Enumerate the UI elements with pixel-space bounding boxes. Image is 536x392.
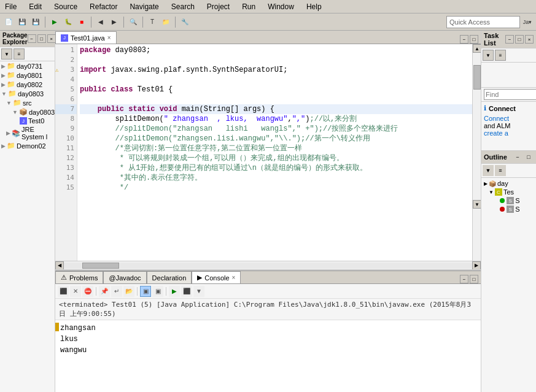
console-word-wrap-btn[interactable]: ↵ bbox=[111, 286, 122, 297]
toolbar-open-type[interactable]: T bbox=[146, 16, 158, 28]
console-icon: ▶ bbox=[197, 274, 202, 282]
editor-scrollbar-v[interactable]: ▲ ▼ bbox=[472, 44, 481, 261]
menu-search[interactable]: Search bbox=[169, 1, 197, 12]
task-list-maximize[interactable]: □ bbox=[515, 35, 524, 44]
code-editor[interactable]: 1 2 3 ⚠ 4 5 6 7 8 9 10 11 12 13 14 bbox=[55, 44, 481, 269]
editor-tab-test01[interactable]: J Test01.java × bbox=[55, 31, 117, 44]
code-lines[interactable]: package day0803; import javax.swing.plaf… bbox=[77, 44, 472, 261]
main-area: Package Explorer − □ × ▼ ≡ ▶ 📁 day0731 ▶… bbox=[0, 31, 536, 392]
tree-label: day0801 bbox=[17, 72, 42, 79]
outline-item-field2[interactable]: S S bbox=[483, 205, 535, 213]
console-stop-btn[interactable]: ⬛ bbox=[58, 286, 69, 297]
console-scroll-lock-btn[interactable]: 📌 bbox=[99, 286, 110, 297]
editor-scrollbar-h[interactable]: ◀ ▶ bbox=[55, 261, 481, 269]
toolbar-search[interactable]: 🔍 bbox=[127, 16, 139, 28]
toolbar-run[interactable]: ▶ bbox=[49, 16, 61, 28]
task-list-btn-2[interactable]: ≡ bbox=[495, 50, 506, 61]
scroll-down-btn[interactable]: ▼ bbox=[473, 200, 481, 209]
console-menu-btn[interactable]: ▼ bbox=[193, 286, 204, 297]
menu-refactor[interactable]: Refactor bbox=[87, 1, 120, 12]
pe-minimize[interactable]: − bbox=[28, 34, 36, 43]
pe-maximize[interactable]: □ bbox=[37, 34, 46, 43]
console-remove-btn[interactable]: ✕ bbox=[70, 286, 81, 297]
outline-minimize[interactable]: − bbox=[513, 152, 522, 162]
tab-close-btn[interactable]: × bbox=[107, 34, 111, 41]
console-open-btn[interactable]: 📂 bbox=[123, 286, 134, 297]
tree-item-package[interactable]: ▼ 📦 day0803 bbox=[0, 107, 55, 117]
outline-btn-2[interactable]: ≡ bbox=[495, 165, 506, 176]
console-btn-b[interactable]: ▣ bbox=[152, 286, 163, 297]
console-panel-minimize[interactable]: − bbox=[460, 275, 468, 283]
pe-btn-1[interactable]: ▼ bbox=[1, 48, 12, 60]
outline-item-field1[interactable]: S S bbox=[483, 196, 535, 205]
toolbar-stop[interactable]: ■ bbox=[76, 16, 88, 28]
pe-btn-2[interactable]: ≡ bbox=[14, 48, 25, 60]
tree-item-day0801[interactable]: ▶ 📁 day0801 bbox=[0, 71, 55, 80]
scroll-thumb-h[interactable] bbox=[82, 263, 119, 269]
console-run-btn[interactable]: ▶ bbox=[169, 286, 180, 297]
outline-item-day[interactable]: ▶ 📦 day bbox=[483, 179, 535, 188]
outline-btn-1[interactable]: ▼ bbox=[483, 165, 494, 176]
code-line-13: * 从1开始,想要使用已有的组可以通过\n（就是组的编号）的形式来获取。 bbox=[80, 163, 472, 173]
task-list-title: Task List bbox=[484, 32, 505, 47]
toolbar-back[interactable]: ◀ bbox=[95, 16, 107, 28]
toolbar-sep-1 bbox=[45, 17, 45, 28]
tree-item-demon02[interactable]: ▶ 📁 Demon02 bbox=[0, 141, 55, 150]
code-line-8: splitDemon(" zhangsan , lkus, wangwu",",… bbox=[80, 114, 472, 124]
toolbar-java-icon[interactable]: Ja▾ bbox=[521, 16, 534, 28]
create-link[interactable]: create a bbox=[484, 129, 534, 137]
menu-window[interactable]: Window bbox=[265, 1, 297, 12]
menu-file[interactable]: File bbox=[2, 1, 19, 12]
scroll-left-btn[interactable]: ◀ bbox=[55, 261, 64, 270]
toolbar-new[interactable]: 📄 bbox=[2, 16, 15, 28]
editor-maximize[interactable]: □ bbox=[470, 35, 478, 44]
line-numbers: 1 2 3 ⚠ 4 5 6 7 8 9 10 11 12 13 14 bbox=[55, 44, 77, 261]
console-toolbar: ⬛ ✕ ⛔ 📌 ↵ 📂 ▣ ▣ ▶ ⬛ ▼ bbox=[55, 284, 481, 299]
toolbar-save-all[interactable]: 💾 bbox=[29, 16, 42, 28]
task-list-btn-1[interactable]: ▼ bbox=[483, 50, 494, 61]
quick-access-bar[interactable]: Quick Access bbox=[446, 16, 520, 28]
console-tab-close[interactable]: × bbox=[232, 274, 236, 281]
toolbar-refactor[interactable]: 🔧 bbox=[179, 16, 191, 28]
find-input[interactable] bbox=[484, 89, 536, 100]
menu-edit[interactable]: Edit bbox=[26, 1, 44, 12]
scroll-track-h[interactable] bbox=[64, 263, 472, 269]
console-scroll-indicator bbox=[55, 323, 59, 331]
tree-item-day0731[interactable]: ▶ 📁 day0731 bbox=[0, 61, 55, 71]
tab-declaration[interactable]: Declaration bbox=[147, 271, 192, 283]
editor-minimize[interactable]: − bbox=[460, 35, 468, 44]
menu-run[interactable]: Run bbox=[239, 1, 258, 12]
console-debug-btn[interactable]: ⬛ bbox=[181, 286, 192, 297]
menu-source[interactable]: Source bbox=[52, 1, 80, 12]
toolbar-forward[interactable]: ▶ bbox=[108, 16, 120, 28]
console-btn-a[interactable]: ▣ bbox=[140, 286, 151, 297]
outline-toolbar: ▼ ≡ bbox=[481, 164, 536, 178]
toolbar-debug[interactable]: 🐛 bbox=[62, 16, 74, 28]
tab-javadoc[interactable]: @Javadoc bbox=[103, 271, 146, 283]
outline-item-tes[interactable]: ▼ C Tes bbox=[483, 188, 535, 196]
editor-section: J Test01.java × − □ 1 2 3 ⚠ 4 bbox=[55, 31, 481, 392]
task-list-minimize[interactable]: − bbox=[505, 35, 514, 44]
console-output[interactable]: zhangsan lkus wangwu bbox=[55, 320, 481, 392]
toolbar-open-resource[interactable]: 📁 bbox=[160, 16, 172, 28]
pe-close[interactable]: × bbox=[47, 34, 56, 43]
menu-navigate[interactable]: Navigate bbox=[127, 1, 161, 12]
connect-link[interactable]: Connect bbox=[484, 115, 534, 122]
scroll-thumb-v[interactable] bbox=[473, 65, 481, 90]
tab-console[interactable]: ▶ Console × bbox=[192, 271, 241, 283]
scroll-up-btn[interactable]: ▲ bbox=[473, 44, 481, 53]
toolbar-save[interactable]: 💾 bbox=[16, 16, 28, 28]
console-clear-btn[interactable]: ⛔ bbox=[82, 286, 93, 297]
tree-item-src[interactable]: ▼ 📁 src bbox=[0, 98, 55, 107]
scroll-right-btn[interactable]: ▶ bbox=[472, 261, 481, 270]
tree-item-jre[interactable]: ▶ 📚 JRE System l bbox=[0, 125, 55, 141]
task-list-close[interactable]: × bbox=[525, 35, 534, 44]
tree-item-test01[interactable]: J Test0 bbox=[0, 117, 55, 125]
menu-project[interactable]: Project bbox=[204, 1, 232, 12]
tree-item-day0802[interactable]: ▶ 📁 day0802 bbox=[0, 80, 55, 89]
tab-problems[interactable]: ⚠ Problems bbox=[55, 271, 103, 283]
tree-item-day0803[interactable]: ▼ 📁 day0803 bbox=[0, 89, 55, 98]
menu-help[interactable]: Help bbox=[304, 1, 324, 12]
outline-maximize[interactable]: □ bbox=[524, 152, 534, 162]
console-panel-maximize[interactable]: □ bbox=[470, 275, 478, 283]
